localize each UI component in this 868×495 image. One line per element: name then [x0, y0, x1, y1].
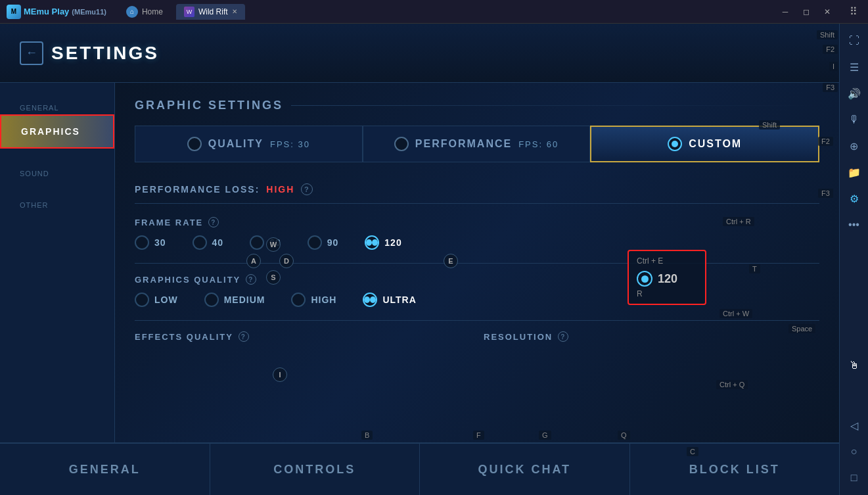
app-logo: M MEmu Play (MEmu11) [7, 5, 106, 19]
ctrl-w-label: Ctrl + W [720, 309, 752, 318]
g-label: G [539, 431, 551, 440]
graphics-quality-help-icon[interactable]: ? [246, 274, 256, 285]
back-button[interactable]: ← SETTINGS [20, 41, 159, 65]
perf-loss-value: HIGH [266, 184, 294, 195]
location-icon[interactable]: ⊕ [842, 134, 866, 158]
quality-label: QUALITY [208, 138, 263, 150]
main-area: ← SETTINGS GENERAL GRAPHICS SOUND OTHER … [0, 24, 839, 495]
tab-home[interactable]: ⌂ Home [118, 3, 171, 20]
effects-quality-help-icon[interactable]: ? [239, 331, 249, 342]
ctrl-e-popup: Ctrl + E 120 R [628, 250, 706, 305]
ctrl-e-value: 120 [658, 272, 677, 286]
resolution-section: RESOLUTION ? [484, 331, 819, 350]
folder-icon[interactable]: 📁 [842, 160, 866, 184]
f2-key-label: F2 [823, 45, 838, 54]
tab-general[interactable]: GENERAL [0, 444, 210, 495]
quality-low[interactable]: LOW [135, 293, 178, 307]
graphics-quality-label: GRAPHICS QUALITY ? [135, 274, 819, 285]
home-tab-icon: ⌂ [126, 6, 138, 18]
frame-rate-40-label: 40 [212, 237, 224, 248]
c-label: C [687, 447, 698, 456]
ctrl-e-option: 120 [637, 271, 697, 287]
back-arrow-sidebar[interactable]: ◁ [842, 413, 866, 437]
a-key-badge: A [246, 254, 261, 268]
frame-rate-120-label: 120 [384, 237, 401, 248]
close-button[interactable]: ✕ [818, 3, 836, 21]
gear-icon[interactable]: ⚙ [842, 187, 866, 210]
frame-rate-label: FRAME RATE ? [135, 217, 819, 227]
mute-icon[interactable]: 🎙 [842, 108, 866, 131]
frame-rate-90-label: 90 [327, 237, 339, 248]
quality-ultra[interactable]: ULTRA [363, 293, 416, 307]
ctrl-r-label: Ctrl + R [723, 217, 754, 226]
menu-button[interactable]: ⠿ [844, 3, 863, 21]
restore-button[interactable]: ◻ [797, 3, 815, 21]
nav-item-graphics[interactable]: GRAPHICS [0, 114, 114, 149]
content-area: GENERAL GRAPHICS SOUND OTHER GRAPHIC SET… [0, 83, 839, 442]
frame-rate-section: FRAME RATE ? 30 40 60 [135, 217, 819, 250]
quality-radio [187, 137, 202, 151]
sidebar-settings-icon[interactable]: ☰ [842, 55, 866, 79]
quality-medium[interactable]: MEDIUM [204, 293, 265, 307]
tab-home-label: Home [142, 7, 163, 16]
frame-rate-40-radio [193, 235, 207, 250]
tab-wild-rift[interactable]: W Wild Rift ✕ [176, 4, 245, 20]
nav-section-other: OTHER [0, 193, 114, 212]
quality-medium-label: MEDIUM [224, 295, 265, 305]
mode-custom-button[interactable]: CUSTOM [590, 126, 819, 162]
tab-controls[interactable]: CONTROLS [210, 444, 421, 495]
quality-high[interactable]: HIGH [291, 293, 336, 307]
mode-performance-button[interactable]: PERFORMANCE FPS: 60 [363, 126, 591, 162]
right-sidebar: Shift F2 I F3 ⛶ ☰ 🔊 🎙 ⊕ 📁 ⚙ ••• 🖱 ◁ ○ □ [839, 24, 868, 495]
frame-rate-40[interactable]: 40 [193, 235, 224, 250]
bottom-tabs: GENERAL CONTROLS QUICK CHAT BLOCK LIST [0, 442, 839, 495]
tab-quick-chat[interactable]: QUICK CHAT [420, 444, 630, 495]
divider-1 [135, 263, 819, 264]
app-version: (MEmu11) [72, 8, 106, 16]
performance-radio [394, 137, 409, 151]
settings-title: SETTINGS [51, 43, 159, 64]
app-logo-icon: M [7, 5, 21, 19]
quality-fps: FPS: 30 [270, 139, 310, 149]
titlebar: M MEmu Play (MEmu11) ⌂ Home W Wild Rift … [0, 0, 868, 24]
frame-rate-120-radio [365, 235, 379, 250]
resolution-label: RESOLUTION ? [484, 331, 819, 342]
tab-block-list[interactable]: BLOCK LIST [630, 444, 840, 495]
square-icon[interactable]: □ [842, 466, 866, 490]
perf-loss-help-icon[interactable]: ? [301, 183, 313, 195]
more-icon[interactable]: ••• [842, 213, 866, 237]
f2-label-main: F2 [818, 137, 833, 146]
quality-high-label: HIGH [311, 295, 336, 305]
volume-icon[interactable]: 🔊 [842, 82, 866, 105]
frame-rate-60-radio [250, 235, 264, 250]
game-tab-icon: W [184, 7, 194, 17]
mode-buttons: QUALITY FPS: 30 PERFORMANCE FPS: 60 [135, 126, 819, 162]
frame-rate-90-radio [308, 235, 322, 250]
i-key-label: I [829, 62, 838, 71]
perf-loss-label: PERFORMANCE LOSS: [135, 184, 260, 195]
graphics-quality-section: GRAPHICS QUALITY ? LOW MEDIUM HIGH [135, 274, 819, 307]
frame-rate-options: 30 40 60 90 [135, 235, 819, 250]
frame-rate-120[interactable]: 120 [365, 235, 401, 250]
e-key-badge: E [444, 254, 458, 268]
tab-close-button[interactable]: ✕ [232, 8, 237, 15]
minimize-button[interactable]: ─ [776, 3, 794, 21]
titlebar-left: M MEmu Play (MEmu11) ⌂ Home W Wild Rift … [0, 3, 776, 20]
custom-label: CUSTOM [689, 138, 742, 150]
circle-icon[interactable]: ○ [842, 440, 866, 463]
resolution-help-icon[interactable]: ? [558, 331, 568, 342]
expand-icon[interactable]: ⛶ [842, 29, 866, 53]
quality-ultra-label: ULTRA [382, 295, 416, 305]
frame-rate-90[interactable]: 90 [308, 235, 339, 250]
tab-wild-rift-label: Wild Rift [198, 7, 228, 16]
mode-quality-button[interactable]: QUALITY FPS: 30 [135, 126, 363, 162]
performance-loss-bar: PERFORMANCE LOSS: HIGH ? [135, 176, 819, 204]
performance-label: PERFORMANCE [415, 138, 512, 150]
d-key-badge: D [279, 254, 294, 268]
r-label: R [637, 289, 697, 298]
performance-fps: FPS: 60 [518, 139, 559, 149]
ctrl-e-radio [637, 271, 652, 287]
frame-rate-help-icon[interactable]: ? [208, 217, 219, 227]
frame-rate-30[interactable]: 30 [135, 235, 166, 250]
shift-key-label: Shift [817, 30, 838, 39]
